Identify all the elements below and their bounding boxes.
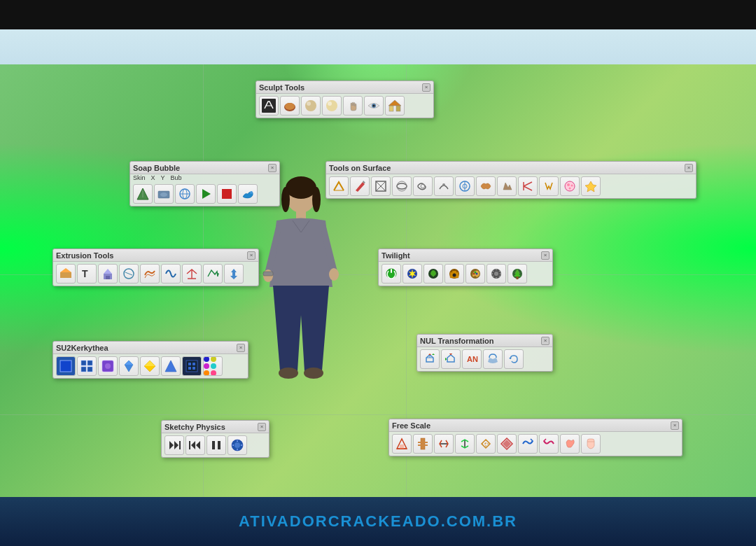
twilight-tool-2[interactable] <box>402 264 422 284</box>
nul-tool-3[interactable]: AN <box>462 349 482 369</box>
sk-tool-1[interactable] <box>56 356 76 376</box>
soap-bubble-close[interactable]: × <box>268 164 276 172</box>
nul-tool-2[interactable] <box>441 349 461 369</box>
sculpt-tool-5[interactable] <box>343 96 363 115</box>
nul-tool-5[interactable] <box>504 349 524 369</box>
svg-rect-76 <box>88 360 92 365</box>
extrusion-tool-7[interactable] <box>182 264 202 284</box>
sk-tool-5[interactable] <box>140 356 160 376</box>
extrusion-tool-1[interactable] <box>56 264 76 284</box>
soap-play[interactable] <box>196 184 216 204</box>
fs-tool-4[interactable] <box>455 434 475 454</box>
twilight-close[interactable]: × <box>541 251 550 260</box>
surface-tool-13[interactable] <box>581 176 601 196</box>
sk-tool-2[interactable] <box>77 356 97 376</box>
freescale-close[interactable]: × <box>671 421 679 430</box>
fs-tool-7[interactable] <box>518 434 538 454</box>
surface-tool-7[interactable] <box>455 176 475 196</box>
surface-tool-10[interactable] <box>518 176 538 196</box>
svg-rect-99 <box>212 441 215 449</box>
surface-tool-1[interactable] <box>329 176 349 196</box>
svg-rect-73 <box>517 276 519 279</box>
svg-point-69 <box>494 272 498 276</box>
nul-transformation-panel: NUL Transformation × AN <box>416 334 553 372</box>
sculpt-tool-4[interactable] <box>322 96 342 115</box>
fs-tool-1[interactable] <box>392 434 412 454</box>
extrusion-close[interactable]: × <box>247 251 255 260</box>
su2kerkythea-header: SU2Kerkythea × <box>53 342 248 354</box>
fs-tool-3[interactable] <box>434 434 454 454</box>
fs-tool-2[interactable] <box>413 434 433 454</box>
soap-tool-2[interactable] <box>154 184 174 204</box>
svg-text:T: T <box>82 268 88 279</box>
tools-surface-body <box>326 174 696 198</box>
svg-rect-98 <box>189 441 190 449</box>
fs-tool-10[interactable] <box>581 434 601 454</box>
sk-tool-6[interactable] <box>161 356 181 376</box>
svg-point-1 <box>286 176 316 199</box>
twilight-tool-5[interactable] <box>465 264 485 284</box>
surface-tool-4[interactable] <box>392 176 412 196</box>
sk-tool-8[interactable] <box>203 356 223 376</box>
extrusion-tool-8[interactable] <box>203 264 223 284</box>
twilight-tool-3[interactable] <box>424 264 443 284</box>
sculpt-tools-panel: Sculpt Tools × <box>255 80 434 118</box>
sculpt-tools-close[interactable]: × <box>422 83 430 92</box>
extrusion-tool-3[interactable] <box>98 264 118 284</box>
fs-tool-6[interactable] <box>497 434 517 454</box>
soap-tool-3[interactable] <box>175 184 195 204</box>
fs-tool-9[interactable] <box>560 434 580 454</box>
sculpt-tools-title: Sculpt Tools <box>259 83 304 92</box>
sculpt-tool-7[interactable] <box>385 96 405 115</box>
twilight-tool-6[interactable] <box>486 264 506 284</box>
svg-rect-4 <box>296 210 306 218</box>
extrusion-tool-2[interactable]: T <box>77 264 97 284</box>
extrusion-tool-6[interactable] <box>161 264 181 284</box>
sketchy-settings[interactable] <box>227 435 247 455</box>
nul-tool-4[interactable] <box>483 349 503 369</box>
svg-point-46 <box>567 183 570 186</box>
soap-tool-6[interactable] <box>238 184 258 204</box>
sketchy-close[interactable]: × <box>258 423 266 431</box>
twilight-tool-1[interactable] <box>382 264 401 284</box>
sketchy-pause[interactable] <box>206 435 226 455</box>
fs-tool-5[interactable] <box>476 434 496 454</box>
surface-tool-2[interactable] <box>350 176 370 196</box>
nul-header: NUL Transformation × <box>417 335 552 347</box>
soap-stop[interactable] <box>217 184 237 204</box>
sculpt-tool-1[interactable] <box>259 96 279 115</box>
twilight-tool-7[interactable] <box>507 264 527 284</box>
su2kerkythea-close[interactable]: × <box>237 344 245 352</box>
extrusion-tool-9[interactable] <box>224 264 244 284</box>
twilight-tool-4[interactable] <box>444 264 464 284</box>
svg-point-45 <box>565 181 575 191</box>
sculpt-tool-3[interactable] <box>301 96 321 115</box>
svg-rect-100 <box>218 441 220 449</box>
sk-tool-7[interactable] <box>182 356 202 376</box>
extrusion-tool-5[interactable] <box>140 264 160 284</box>
svg-point-80 <box>105 363 111 369</box>
surface-tool-12[interactable] <box>560 176 580 196</box>
surface-tool-11[interactable] <box>539 176 559 196</box>
sk-tool-3[interactable] <box>98 356 118 376</box>
surface-tool-8[interactable] <box>476 176 496 196</box>
fs-tool-8[interactable] <box>539 434 559 454</box>
twilight-panel: Twilight × <box>378 248 553 286</box>
svg-marker-97 <box>191 441 195 449</box>
extrusion-body: T <box>53 262 258 286</box>
nul-close[interactable]: × <box>541 337 550 345</box>
sk-tool-4[interactable] <box>119 356 139 376</box>
soap-tool-1[interactable] <box>133 184 153 204</box>
extrusion-tool-4[interactable] <box>119 264 139 284</box>
title-bar <box>0 0 756 29</box>
sculpt-tool-2[interactable] <box>280 96 300 115</box>
sculpt-tool-6[interactable] <box>364 96 384 115</box>
nul-tool-1[interactable] <box>420 349 440 369</box>
surface-tool-5[interactable] <box>413 176 433 196</box>
surface-tool-6[interactable] <box>434 176 454 196</box>
sketchy-rewind[interactable] <box>186 435 205 455</box>
sketchy-play-fast[interactable] <box>164 435 184 455</box>
tools-surface-close[interactable]: × <box>685 164 693 172</box>
surface-tool-3[interactable] <box>371 176 391 196</box>
surface-tool-9[interactable] <box>497 176 517 196</box>
